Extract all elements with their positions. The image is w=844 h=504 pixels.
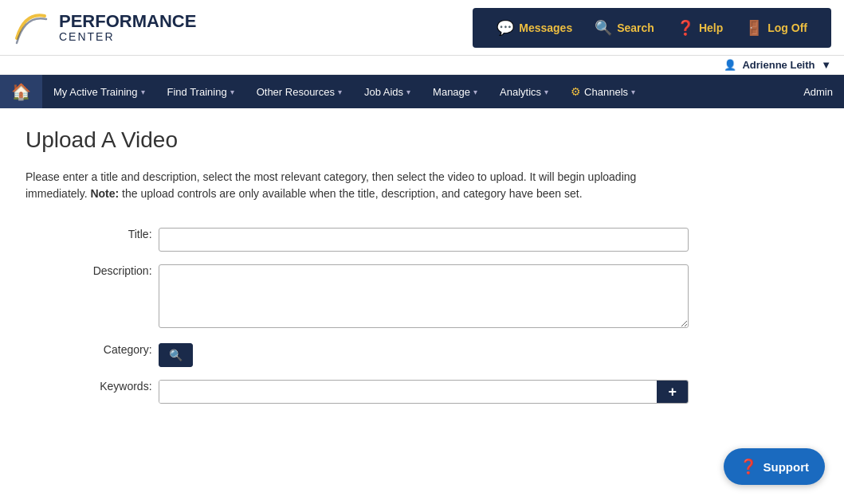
- manage-label: Manage: [433, 86, 470, 98]
- logoff-icon: 🚪: [745, 19, 763, 37]
- home-icon: 🏠: [11, 82, 31, 101]
- page-title: Upload A Video: [26, 127, 692, 153]
- note-label: Note:: [90, 187, 119, 200]
- category-label: Category:: [26, 337, 155, 373]
- help-button[interactable]: ❓ Help: [665, 14, 734, 41]
- keywords-add-button[interactable]: +: [657, 381, 688, 403]
- nav-analytics[interactable]: Analytics ▾: [489, 75, 559, 108]
- form-row-category: Category: 🔍: [26, 337, 692, 373]
- help-icon: ❓: [677, 19, 694, 37]
- top-actions: 💬 Messages 🔍 Search ❓ Help 🚪 Log Off: [473, 8, 831, 48]
- nav-active-training[interactable]: My Active Training ▾: [42, 75, 156, 108]
- nav-other-resources[interactable]: Other Resources ▾: [245, 75, 353, 108]
- page-content: Upload A Video Please enter a title and …: [0, 108, 717, 429]
- form-row-title: Title:: [26, 221, 692, 258]
- search-button[interactable]: 🔍 Search: [583, 14, 665, 41]
- instructions: Please enter a title and description, se…: [26, 169, 692, 202]
- form-row-keywords: Keywords: +: [26, 373, 692, 410]
- nav-bar: 🏠 My Active Training ▾ Find Training ▾ O…: [0, 75, 844, 108]
- keywords-input[interactable]: [159, 381, 658, 403]
- find-training-label: Find Training: [167, 86, 227, 98]
- form-row-description: Description:: [26, 258, 692, 337]
- logoff-label: Log Off: [767, 21, 807, 34]
- manage-caret-icon: ▾: [473, 88, 477, 96]
- active-training-label: My Active Training: [53, 86, 138, 98]
- wrench-icon: ⚙: [571, 85, 581, 98]
- active-training-caret-icon: ▾: [141, 88, 145, 96]
- logo-performance: PERFORMANCE: [59, 12, 196, 31]
- messages-label: Messages: [519, 21, 572, 34]
- search-icon: 🔍: [595, 19, 612, 37]
- title-field-cell: [155, 221, 692, 258]
- description-field-cell: [155, 258, 692, 337]
- category-field-cell: 🔍: [155, 337, 692, 373]
- logo-text: PERFORMANCE CENTER: [59, 12, 196, 44]
- logo: PERFORMANCE CENTER: [13, 8, 196, 48]
- find-training-caret-icon: ▾: [230, 88, 234, 96]
- channels-caret-icon: ▾: [631, 88, 635, 96]
- other-resources-label: Other Resources: [257, 86, 335, 98]
- title-input[interactable]: [159, 228, 689, 252]
- nav-find-training[interactable]: Find Training ▾: [156, 75, 245, 108]
- analytics-caret-icon: ▾: [544, 88, 548, 96]
- top-bar: PERFORMANCE CENTER 💬 Messages 🔍 Search ❓…: [0, 0, 844, 56]
- user-bar: 👤 Adrienne Leith ▼: [0, 56, 844, 75]
- username-link[interactable]: Adrienne Leith: [742, 59, 815, 71]
- logoff-button[interactable]: 🚪 Log Off: [734, 14, 818, 41]
- description-label: Description:: [26, 258, 155, 337]
- category-search-icon: 🔍: [169, 349, 183, 361]
- messages-icon: 💬: [497, 19, 514, 37]
- logo-arc-icon: [13, 8, 53, 48]
- keywords-label: Keywords:: [26, 373, 155, 410]
- keywords-field-cell: +: [155, 373, 692, 410]
- description-input[interactable]: [159, 264, 689, 328]
- title-label: Title:: [26, 221, 155, 258]
- user-icon: 👤: [724, 59, 736, 71]
- analytics-label: Analytics: [500, 86, 541, 98]
- admin-label: Admin: [803, 86, 833, 98]
- keywords-wrapper: +: [159, 380, 689, 404]
- job-aids-label: Job Aids: [364, 86, 403, 98]
- logo-center: CENTER: [59, 31, 196, 43]
- messages-button[interactable]: 💬 Messages: [485, 14, 583, 41]
- instructions-text-2: the upload controls are only available w…: [122, 187, 582, 200]
- nav-manage[interactable]: Manage ▾: [422, 75, 489, 108]
- nav-home-button[interactable]: 🏠: [0, 75, 42, 108]
- job-aids-caret-icon: ▾: [406, 88, 410, 96]
- search-label: Search: [617, 21, 654, 34]
- channels-label: Channels: [584, 86, 628, 98]
- nav-admin[interactable]: Admin: [792, 75, 844, 108]
- other-resources-caret-icon: ▾: [338, 88, 342, 96]
- nav-spacer: [646, 75, 792, 108]
- help-label: Help: [699, 21, 723, 34]
- nav-job-aids[interactable]: Job Aids ▾: [353, 75, 422, 108]
- upload-form: Title: Description: Category: 🔍: [26, 221, 692, 410]
- user-caret-icon[interactable]: ▼: [821, 59, 831, 71]
- category-search-button[interactable]: 🔍: [159, 343, 193, 367]
- nav-channels[interactable]: ⚙ Channels ▾: [559, 75, 646, 108]
